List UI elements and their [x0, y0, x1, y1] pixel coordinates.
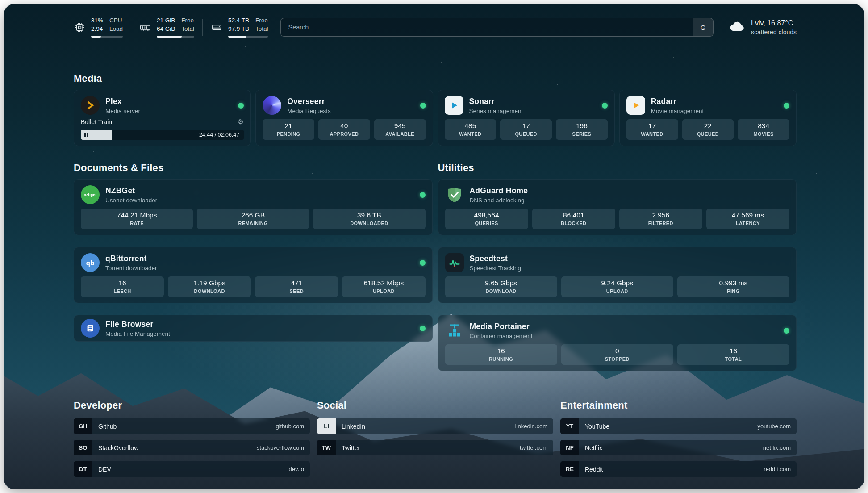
bookmark-netflix[interactable]: NF Netflix netflix.com — [560, 440, 797, 455]
bookmark-url: netflix.com — [763, 444, 791, 451]
service-card-overseerr[interactable]: Overseerr Media Requests 21 PENDING 40 A… — [255, 90, 433, 146]
card-subtitle: Movie management — [651, 108, 704, 114]
stat-label: BLOCKED — [534, 221, 613, 226]
stat-label: PENDING — [264, 131, 313, 137]
stats-row: 498,564 QUERIES 86,401 BLOCKED 2,956 FIL… — [445, 209, 790, 229]
stat-box: 744.21 Mbps RATE — [81, 209, 193, 229]
bookmark-abbr-tile: DT — [74, 461, 92, 477]
snow-particles — [4, 4, 4, 4]
stat-label: AVAILABLE — [376, 131, 424, 137]
bookmarks-entertainment: Entertainment YT YouTube youtube.com NF … — [560, 400, 797, 477]
stat-label: SEED — [257, 288, 336, 294]
service-card-sonarr[interactable]: Sonarr Series management 485 WANTED 17 Q… — [438, 90, 615, 146]
now-playing-title: Bullet Train — [81, 118, 112, 125]
card-title: Radarr — [651, 97, 704, 106]
search-bar[interactable]: G — [280, 18, 714, 37]
disk-icon — [211, 21, 223, 33]
cpu-percent-value: 31% — [91, 17, 103, 25]
playback-progress-bar[interactable]: 24:44 / 02:06:47 — [81, 130, 244, 140]
bookmark-abbr-tile: LI — [317, 418, 336, 434]
bookmark-abbr-tile: GH — [74, 418, 92, 434]
documents-cards: nzbget NZBGet Usenet downloader 744.21 M… — [74, 179, 433, 342]
playback-time: 24:44 / 02:06:47 — [199, 132, 239, 138]
stats-row: 9.65 Gbps DOWNLOAD 9.24 Gbps UPLOAD 0.99… — [445, 276, 790, 297]
bookmark-rows: YT YouTube youtube.com NF Netflix netfli… — [560, 418, 797, 477]
card-header: qb qBittorrent Torrent downloader — [81, 253, 426, 272]
search-input[interactable] — [281, 18, 693, 36]
bookmark-name: Github — [98, 423, 117, 430]
search-provider-button[interactable]: G — [693, 18, 713, 36]
bookmark-youtube[interactable]: YT YouTube youtube.com — [560, 418, 797, 434]
stats-row: 17 WANTED 22 QUEUED 834 MOVIES — [626, 119, 789, 140]
section-title-entertainment: Entertainment — [560, 400, 797, 411]
settings-gear-icon[interactable]: ⚙ — [238, 118, 244, 125]
section-title-media: Media — [74, 73, 797, 84]
bookmark-reddit[interactable]: RE Reddit reddit.com — [560, 461, 797, 477]
bookmark-twitter[interactable]: TW Twitter twitter.com — [317, 440, 553, 455]
service-card-adguard[interactable]: AdGuard Home DNS and adblocking 498,564 … — [438, 179, 797, 235]
stat-label: QUEUED — [502, 131, 550, 137]
bookmark-stackoverflow[interactable]: SO StackOverflow stackoverflow.com — [74, 440, 310, 455]
stat-box: 266 GB REMAINING — [197, 209, 309, 229]
stat-value: 17 — [502, 122, 550, 130]
stat-label: DOWNLOAD — [447, 288, 555, 294]
disk-total-value: 97.9 TB — [228, 25, 249, 33]
media-cards-row: Plex Media server Bullet Train ⚙ 24:44 /… — [74, 90, 797, 146]
stat-value: 16 — [679, 347, 788, 355]
stat-value: 39.6 TB — [315, 211, 423, 219]
stat-value: 17 — [628, 122, 676, 130]
stat-box: 485 WANTED — [445, 119, 497, 140]
bookmark-url: youtube.com — [758, 423, 791, 430]
portainer-icon — [445, 321, 464, 340]
weather-widget[interactable]: Lviv, 16.87°C scattered clouds — [728, 19, 797, 36]
stat-box: 1.19 Gbps DOWNLOAD — [168, 276, 251, 297]
stat-label: SERIES — [558, 131, 606, 137]
bookmark-linkedin[interactable]: LI LinkedIn linkedin.com — [317, 418, 553, 434]
bookmarks-social: Social LI LinkedIn linkedin.com TW Twitt… — [317, 400, 553, 477]
section-media: Media Plex Media server Bullet — [74, 73, 797, 146]
bookmark-dev[interactable]: DT DEV dev.to — [74, 461, 310, 477]
disk-usage-bar — [228, 36, 268, 38]
card-title: Sonarr — [469, 97, 523, 106]
service-card-filebrowser[interactable]: File Browser Media File Management — [74, 315, 433, 342]
status-online-dot — [420, 260, 426, 266]
stat-value: 16 — [83, 279, 162, 287]
stat-box: 39.6 TB DOWNLOADED — [313, 209, 425, 229]
bookmark-github[interactable]: GH Github github.com — [74, 418, 310, 434]
service-card-radarr[interactable]: Radarr Movie management 17 WANTED 22 QUE… — [619, 90, 797, 146]
service-card-portainer[interactable]: Media Portainer Container management 16 … — [438, 315, 797, 371]
bookmark-url: reddit.com — [764, 466, 791, 472]
service-card-plex[interactable]: Plex Media server Bullet Train ⚙ 24:44 /… — [74, 90, 251, 146]
card-subtitle: Media File Management — [105, 330, 170, 337]
stat-value: 9.65 Gbps — [447, 279, 555, 287]
card-title: Media Portainer — [470, 322, 533, 331]
status-online-dot — [784, 103, 789, 109]
card-title: qBittorrent — [105, 254, 157, 263]
dashboard-screen: 31% 2.94 CPU Load — [4, 4, 864, 489]
topbar-divider — [74, 52, 797, 52]
stat-box: 9.24 Gbps UPLOAD — [561, 276, 673, 297]
weather-condition: scattered clouds — [751, 29, 797, 36]
section-title-social: Social — [317, 400, 553, 411]
stat-box: 17 WANTED — [626, 119, 678, 140]
stat-value: 471 — [257, 279, 336, 287]
cpu-load-value: 2.94 — [91, 25, 103, 33]
service-card-qbittorrent[interactable]: qb qBittorrent Torrent downloader 16 LEE… — [74, 247, 433, 303]
stat-label: PING — [679, 288, 788, 294]
service-card-speedtest[interactable]: Speedtest Speedtest Tracking 9.65 Gbps D… — [438, 247, 797, 303]
stat-value: 86,401 — [534, 211, 613, 219]
bookmark-name: DEV — [98, 466, 111, 473]
disk-total-label: Total — [255, 25, 268, 33]
cloud-icon — [728, 20, 746, 35]
bookmark-abbr-tile: NF — [560, 440, 579, 455]
stat-value: 744.21 Mbps — [83, 211, 191, 219]
card-title: Overseerr — [287, 97, 331, 106]
bookmark-rows: GH Github github.com SO StackOverflow st… — [74, 418, 310, 477]
pause-icon[interactable] — [84, 133, 88, 137]
card-header: File Browser Media File Management — [81, 319, 426, 338]
filebrowser-icon — [81, 319, 100, 338]
service-card-nzbget[interactable]: nzbget NZBGet Usenet downloader 744.21 M… — [74, 179, 433, 235]
stat-box: 0 STOPPED — [561, 344, 673, 365]
card-header: Overseerr Media Requests — [263, 96, 426, 115]
stat-box: 86,401 BLOCKED — [532, 209, 615, 229]
